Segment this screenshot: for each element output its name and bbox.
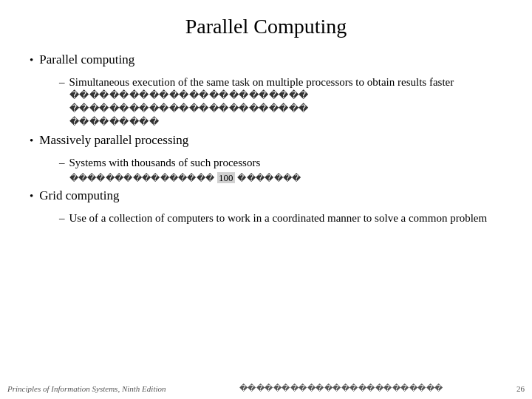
garbled-systems-prefix: ���������������� [69, 173, 215, 183]
bullet-label-massively: Massively parallel processing [39, 132, 188, 149]
garbled-line-2: ������������������������ [69, 103, 454, 115]
bullet-massively-parallel: • Massively parallel processing [30, 132, 502, 149]
slide-title: Parallel Computing [30, 15, 502, 38]
garbled-1: ������������������������ ���������������… [69, 89, 454, 129]
sub-text-systems: Systems with thousands of such processor… [69, 155, 301, 185]
dash-1: – [59, 75, 65, 89]
sub-bullet-systems: – Systems with thousands of such process… [59, 155, 502, 185]
sub-text-simultaneous: Simultaneous execution of the same task … [69, 75, 454, 129]
sub-line-2: – Systems with thousands of such process… [59, 155, 502, 185]
bullet-symbol-1: • [30, 52, 33, 67]
footer-citation: Principles of Information Systems, Ninth… [7, 384, 166, 393]
simultaneous-text: Simultaneous execution of the same task … [69, 76, 454, 88]
slide-container: Parallel Computing • Parallel computing … [0, 0, 532, 399]
garbled-systems-suffix: ������� [237, 173, 301, 183]
sub-bullet-grid: – Use of a collection of computers to wo… [59, 211, 502, 225]
footer-garbled: ������������������������ [239, 383, 443, 393]
sub-line-3: – Use of a collection of computers to wo… [59, 211, 502, 225]
highlight-100: 100 [217, 172, 235, 183]
slide-content: • Parallel computing – Simultaneous exec… [30, 52, 502, 377]
footer-page: 26 [516, 384, 525, 393]
slide-footer: Principles of Information Systems, Ninth… [0, 383, 532, 393]
bullet-label-grid: Grid computing [39, 188, 119, 205]
bullet-symbol-3: • [30, 188, 33, 203]
bullet-grid-computing: • Grid computing [30, 188, 502, 205]
sub-text-grid: Use of a collection of computers to work… [69, 211, 488, 225]
garbled-line-1: ������������������������ [69, 89, 454, 102]
sub-line-1: – Simultaneous execution of the same tas… [59, 75, 502, 129]
sub-bullet-simultaneous: – Simultaneous execution of the same tas… [59, 75, 502, 129]
garbled-line-3: ��������� [69, 116, 454, 129]
dash-3: – [59, 211, 65, 225]
systems-text: Systems with thousands of such processor… [69, 157, 261, 168]
bullet-symbol-2: • [30, 133, 33, 148]
dash-2: – [59, 155, 65, 170]
bullet-label-parallel: Parallel computing [39, 52, 134, 69]
bullet-parallel-computing: • Parallel computing [30, 52, 502, 69]
